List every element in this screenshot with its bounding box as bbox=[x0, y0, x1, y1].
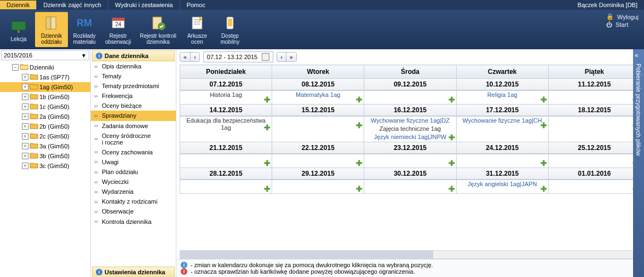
calendar-cell[interactable]: ✚ bbox=[272, 154, 364, 168]
add-icon[interactable]: ✚ bbox=[264, 124, 271, 131]
date-cell[interactable]: 22.12.2015 bbox=[272, 142, 364, 154]
calendar-cell[interactable]: ✚ bbox=[364, 91, 456, 105]
calendar-cell[interactable]: ✚ bbox=[272, 180, 364, 193]
calendar-entry[interactable]: Wychowanie fizyczne 1ag|CH bbox=[457, 117, 548, 125]
calendar-cell[interactable]: ✚ bbox=[272, 117, 364, 142]
prev-week-button[interactable]: ‹ bbox=[191, 53, 199, 61]
expand-icon[interactable]: + bbox=[22, 153, 28, 159]
calendar-entry[interactable]: Religia 1ag bbox=[457, 91, 548, 99]
calendar-icon[interactable] bbox=[262, 53, 269, 61]
logout-link[interactable]: 🔒 Wyloguj bbox=[606, 13, 639, 20]
expand-icon[interactable]: + bbox=[22, 123, 28, 130]
add-icon[interactable]: ✚ bbox=[540, 160, 547, 166]
nav-item[interactable]: ››Oceny zachowania bbox=[91, 147, 176, 157]
nav-item[interactable]: ››Uwagi bbox=[91, 157, 176, 167]
date-cell[interactable]: 18.12.2015 bbox=[548, 105, 640, 117]
add-icon[interactable]: ✚ bbox=[540, 122, 547, 129]
calendar-cell[interactable]: ✚ bbox=[364, 154, 456, 168]
nav-item[interactable]: ››Kontakty z rodzicami bbox=[91, 197, 176, 206]
nav-item[interactable]: ››Tematy bbox=[91, 71, 176, 81]
nav-item[interactable]: ››Kontrola dziennika bbox=[91, 217, 176, 227]
top-tab-1[interactable]: Dziennik zajęć innych bbox=[37, 1, 108, 9]
tree-item[interactable]: +1b (Gim50) bbox=[0, 92, 90, 102]
tree-item[interactable]: +2a (Gim50) bbox=[0, 112, 90, 122]
date-cell[interactable]: 30.12.2015 bbox=[364, 168, 456, 180]
date-cell[interactable]: 17.12.2015 bbox=[456, 105, 548, 117]
calendar-cell[interactable]: Religia 1ag✚ bbox=[456, 91, 548, 105]
calendar-cell[interactable]: ✚ bbox=[548, 154, 640, 168]
calendar-cell[interactable]: ✚ bbox=[548, 117, 640, 142]
calendar-cell[interactable]: ✚ bbox=[364, 180, 456, 193]
nav-item[interactable]: ››Zadania domowe bbox=[91, 121, 176, 131]
tree-root[interactable]: − Dzienniki bbox=[0, 62, 90, 72]
tree-item[interactable]: +3b (Gim50) bbox=[0, 151, 90, 161]
calendar-entry[interactable]: Wychowanie fizyczne 1ag|DZ bbox=[364, 117, 456, 125]
date-cell[interactable]: 10.12.2015 bbox=[456, 79, 548, 91]
tree-item[interactable]: +2c (Gim50) bbox=[0, 131, 90, 141]
add-icon[interactable]: ✚ bbox=[264, 96, 271, 103]
tree-item[interactable]: +1ag (Gim50) bbox=[0, 82, 90, 92]
ribbon-board[interactable]: Lekcja bbox=[2, 15, 35, 44]
calendar-cell[interactable]: ✚ bbox=[180, 180, 272, 193]
add-icon[interactable]: ✚ bbox=[356, 160, 363, 166]
nav-item[interactable]: ››Opis dziennika bbox=[91, 61, 176, 71]
nav-item[interactable]: ››Sprawdziany bbox=[91, 111, 176, 120]
date-range-input[interactable]: 07.12 - 13.12 2015 bbox=[203, 51, 273, 62]
date-cell[interactable]: 21.12.2015 bbox=[180, 142, 272, 154]
tree-item[interactable]: +1c (Gim50) bbox=[0, 102, 90, 112]
date-cell[interactable]: 28.12.2015 bbox=[180, 168, 272, 180]
top-tab-3[interactable]: Pomoc bbox=[180, 1, 212, 9]
add-icon[interactable]: ✚ bbox=[449, 96, 455, 103]
date-cell[interactable]: 25.12.2015 bbox=[548, 142, 640, 154]
date-cell[interactable]: 15.12.2015 bbox=[272, 105, 364, 117]
prev-month-button[interactable]: « bbox=[180, 53, 191, 61]
horizontal-scrollbar[interactable] bbox=[180, 250, 641, 259]
date-cell[interactable]: 09.12.2015 bbox=[364, 79, 456, 91]
expand-icon[interactable]: + bbox=[22, 103, 28, 110]
ribbon-mobile[interactable]: Dostęp mobilny bbox=[214, 12, 246, 47]
ribbon-calendar[interactable]: 24Rejestr obserwacji bbox=[101, 12, 135, 47]
ribbon-bookcheck[interactable]: Rejestr kontroli dziennika bbox=[135, 12, 181, 47]
date-cell[interactable]: 14.12.2015 bbox=[180, 105, 272, 117]
calendar-scroll[interactable]: PoniedziałekWtorekŚrodaCzwartekPiątek 07… bbox=[176, 65, 644, 248]
add-icon[interactable]: ✚ bbox=[449, 134, 455, 141]
nav-item[interactable]: ››Tematy przedmiotami bbox=[91, 81, 176, 91]
add-icon[interactable]: ✚ bbox=[264, 160, 271, 166]
expand-icon[interactable]: + bbox=[22, 143, 28, 149]
date-cell[interactable]: 01.01.2016 bbox=[548, 168, 640, 180]
nav-item[interactable]: ››Oceny bieżące bbox=[91, 101, 176, 111]
nav-item[interactable]: ››Wycieczki bbox=[91, 177, 176, 187]
top-tab-0[interactable]: Dziennik bbox=[0, 1, 37, 9]
date-cell[interactable]: 31.12.2015 bbox=[456, 168, 548, 180]
date-cell[interactable]: 07.12.2015 bbox=[180, 79, 272, 91]
calendar-cell[interactable]: ✚ bbox=[548, 180, 640, 193]
ribbon-sheet[interactable]: Arkusze ocen bbox=[181, 12, 214, 47]
calendar-entry[interactable]: Matematyka 1ag bbox=[272, 91, 364, 99]
calendar-cell[interactable]: Historia 1ag✚ bbox=[180, 91, 272, 105]
calendar-cell[interactable]: ✚ bbox=[456, 154, 548, 168]
ribbon-book[interactable]: Dziennik oddziału bbox=[35, 12, 68, 47]
top-tab-2[interactable]: Wydruki i zestawienia bbox=[108, 1, 180, 9]
nav-item[interactable]: ››Wydarzenia bbox=[91, 187, 176, 197]
calendar-entry[interactable]: Historia 1ag bbox=[180, 91, 272, 99]
tree-item[interactable]: +2b (Gim50) bbox=[0, 122, 90, 131]
add-icon[interactable]: ✚ bbox=[540, 186, 547, 192]
add-icon[interactable]: ✚ bbox=[540, 96, 547, 103]
expand-icon[interactable]: + bbox=[22, 74, 28, 80]
calendar-cell[interactable]: Matematyka 1ag✚ bbox=[272, 91, 364, 105]
calendar-cell[interactable]: ✚ bbox=[180, 154, 272, 168]
calendar-entry[interactable]: Zajęcia techniczne 1ag bbox=[364, 125, 456, 133]
nav-item[interactable]: ››Oceny śródroczne i roczne bbox=[91, 131, 176, 147]
nav-item[interactable]: ››Plan oddziału bbox=[91, 167, 176, 177]
ribbon-rm[interactable]: RMRozkłady materiału bbox=[68, 12, 101, 47]
calendar-entry[interactable]: Edukacja dla bezpieczeństwa 1ag bbox=[180, 117, 272, 132]
add-icon[interactable]: ✚ bbox=[264, 186, 271, 192]
tree-item[interactable]: +3a (Gim50) bbox=[0, 141, 90, 151]
expand-icon[interactable]: + bbox=[22, 113, 28, 120]
add-icon[interactable]: ✚ bbox=[356, 122, 363, 129]
add-icon[interactable]: ✚ bbox=[356, 96, 363, 103]
expand-icon[interactable]: + bbox=[22, 133, 28, 140]
next-month-button[interactable]: » bbox=[286, 53, 296, 61]
calendar-entry[interactable]: Język angielski 1ag|JAPN bbox=[457, 180, 548, 188]
calendar-cell[interactable]: Wychowanie fizyczne 1ag|CH✚ bbox=[456, 117, 548, 142]
